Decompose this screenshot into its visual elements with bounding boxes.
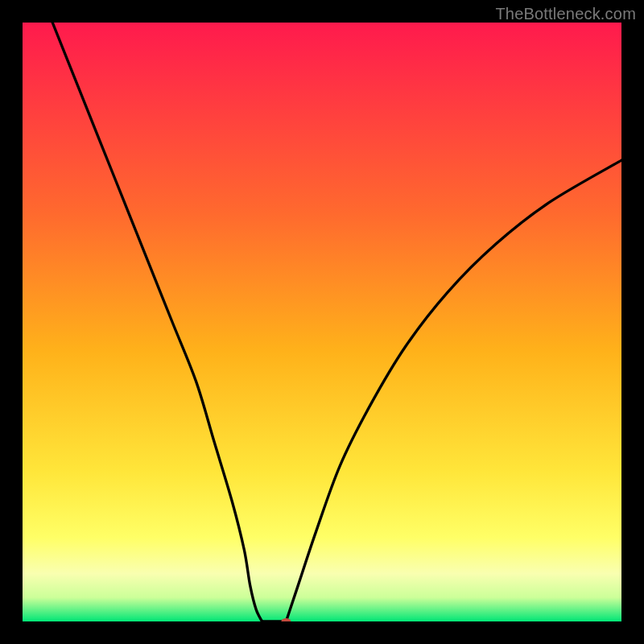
watermark-text: TheBottleneck.com [495, 5, 636, 23]
plot-area [23, 23, 621, 621]
chart-svg [23, 23, 621, 621]
gradient-background [23, 23, 621, 621]
chart-frame: TheBottleneck.com [0, 0, 644, 644]
